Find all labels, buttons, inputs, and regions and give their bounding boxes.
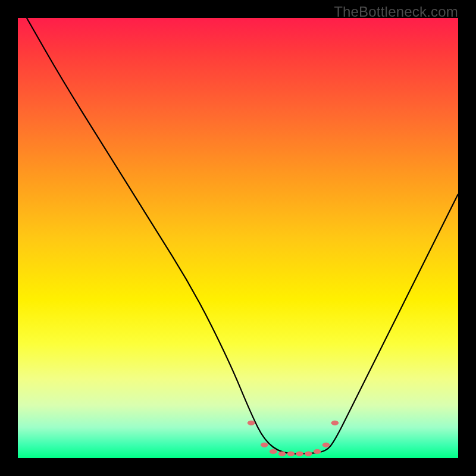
marker-dot xyxy=(261,443,268,447)
marker-dot xyxy=(331,421,339,425)
marker-dot xyxy=(278,452,286,456)
marker-dot xyxy=(296,452,303,456)
plot-area xyxy=(18,18,458,458)
curve-layer xyxy=(18,18,458,458)
chart-container: TheBottleneck.com xyxy=(0,0,476,476)
marker-dot xyxy=(305,452,312,456)
marker-dot xyxy=(248,421,255,425)
marker-dot xyxy=(314,449,321,453)
bottleneck-curve xyxy=(27,18,458,454)
marker-dot xyxy=(270,449,277,453)
marker-dot xyxy=(287,452,295,456)
marker-dot xyxy=(322,443,330,447)
